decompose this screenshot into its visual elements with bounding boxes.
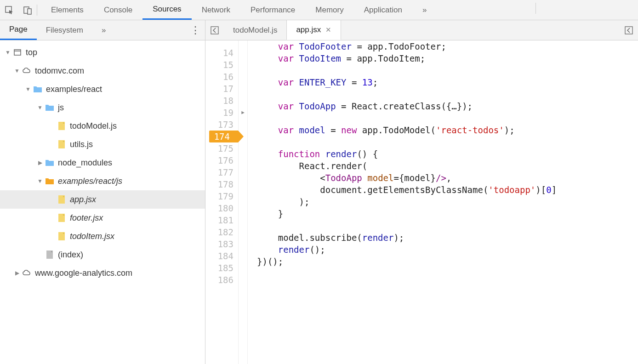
fold-marker[interactable]: ▶ [239, 107, 247, 119]
code-line[interactable] [257, 136, 638, 148]
tree-item[interactable]: footer.jsx [0, 209, 205, 227]
fold-marker [239, 59, 247, 71]
expand-arrow-icon[interactable]: ▼ [36, 178, 44, 184]
expand-arrow-icon[interactable]: ▼ [13, 68, 21, 74]
tree-item[interactable]: ▼top [0, 43, 205, 62]
show-debugger-icon[interactable] [620, 26, 638, 34]
folder-blue-icon [44, 159, 55, 167]
line-number-gutter[interactable]: 1415161718191731741751761771781791801811… [205, 40, 239, 364]
editor-tab[interactable]: app.jsx✕ [286, 20, 341, 40]
code-line[interactable]: document.getElementsByClassName('todoapp… [257, 184, 638, 196]
tab-performance[interactable]: Performance [240, 0, 305, 20]
line-number[interactable]: 182 [205, 226, 238, 238]
tab-sources[interactable]: Sources [142, 0, 191, 20]
tree-item[interactable]: ▼examples/react [0, 80, 205, 98]
sidebar-tab-filesystem[interactable]: Filesystem [37, 20, 92, 40]
code-line[interactable] [257, 64, 638, 76]
fold-marker [239, 226, 247, 238]
inspect-element-icon[interactable] [0, 0, 18, 20]
code-line[interactable]: <TodoApp model={model}/>, [257, 172, 638, 184]
chevrons-icon: » [102, 26, 106, 35]
code-line[interactable] [257, 88, 638, 100]
breakpoint-line-number[interactable]: 174 [209, 131, 238, 142]
line-number[interactable]: 175 [205, 142, 238, 154]
fold-marker [239, 190, 247, 202]
line-number[interactable]: 173 [205, 119, 238, 131]
fold-marker [239, 250, 247, 262]
code-line[interactable]: function render() { [257, 148, 638, 160]
tree-item[interactable]: ▼examples/react/js [0, 172, 205, 190]
fold-gutter[interactable]: ▶ [239, 40, 248, 364]
tree-item[interactable]: ▼todomvc.com [0, 62, 205, 80]
tab-console[interactable]: Console [94, 0, 142, 20]
expand-arrow-icon[interactable]: ▶ [36, 159, 44, 166]
tab-label: Memory [315, 6, 343, 15]
tree-item[interactable]: utils.js [0, 135, 205, 154]
tab-memory[interactable]: Memory [305, 0, 353, 20]
tree-item[interactable]: ▶www.google-analytics.com [0, 264, 205, 282]
code-content[interactable]: app.COMPLETED_TODOS = 'completed'; var T… [248, 40, 638, 364]
line-number[interactable]: 179 [205, 190, 238, 202]
show-navigator-icon[interactable] [205, 26, 224, 34]
tree-item[interactable]: ▼js [0, 98, 205, 117]
code-line[interactable]: model.subscribe(render); [257, 232, 638, 244]
tree-item[interactable]: app.jsx [0, 190, 205, 209]
toggle-device-toolbar-icon[interactable] [18, 0, 37, 20]
code-line[interactable]: } [257, 208, 638, 220]
code-line[interactable]: var model = new app.TodoModel('react-tod… [257, 124, 638, 136]
tab-label: Network [202, 6, 230, 15]
svg-rect-5 [14, 50, 21, 55]
code-line[interactable]: })(); [257, 256, 638, 267]
code-editor[interactable]: 1415161718191731741751761771781791801811… [205, 40, 638, 364]
tab-application[interactable]: Application [354, 0, 412, 20]
code-line[interactable] [257, 267, 638, 279]
code-line[interactable]: var TodoApp = React.createClass({…}); [257, 100, 638, 112]
code-line[interactable] [257, 220, 638, 232]
tree-item[interactable]: todoItem.jsx [0, 227, 205, 245]
tabs-overflow-button[interactable]: » [412, 0, 437, 20]
fold-marker [239, 119, 247, 131]
line-number[interactable]: 19 [205, 107, 238, 119]
tab-network[interactable]: Network [192, 0, 240, 20]
tree-item[interactable]: ▶node_modules [0, 154, 205, 172]
line-number[interactable]: 14 [205, 47, 238, 59]
line-number[interactable]: 17 [205, 83, 238, 95]
code-line[interactable]: render(); [257, 244, 638, 256]
line-number[interactable]: 186 [205, 274, 238, 286]
devtools-top-toolbar: Elements Console Sources Network Perform… [0, 0, 638, 20]
expand-arrow-icon[interactable]: ▶ [13, 270, 21, 276]
line-number[interactable]: 181 [205, 214, 238, 226]
line-number[interactable]: 180 [205, 202, 238, 214]
folder-blue-icon [32, 85, 43, 93]
expand-arrow-icon[interactable]: ▼ [36, 104, 44, 111]
close-tab-icon[interactable]: ✕ [325, 26, 331, 34]
line-number[interactable]: 183 [205, 238, 238, 250]
code-line[interactable]: ); [257, 196, 638, 208]
expand-arrow-icon[interactable]: ▼ [24, 86, 32, 92]
line-number[interactable]: 178 [205, 178, 238, 190]
line-number[interactable]: 176 [205, 154, 238, 166]
code-line[interactable]: React.render( [257, 160, 638, 172]
fold-marker [239, 262, 247, 274]
code-line[interactable]: var TodoItem = app.TodoItem; [257, 52, 638, 64]
fold-marker [239, 214, 247, 226]
line-number[interactable]: 18 [205, 95, 238, 107]
line-number[interactable]: 15 [205, 59, 238, 71]
code-line[interactable]: var ENTER_KEY = 13; [257, 76, 638, 88]
code-line[interactable]: var TodoFooter = app.TodoFooter; [257, 40, 638, 52]
code-line[interactable] [257, 112, 638, 124]
fold-marker [239, 95, 247, 107]
expand-arrow-icon[interactable]: ▼ [4, 49, 12, 56]
line-number[interactable]: 184 [205, 250, 238, 262]
tab-elements[interactable]: Elements [41, 0, 94, 20]
sidebar-tab-page[interactable]: Page [0, 20, 37, 40]
editor-tab[interactable]: todoModel.js [224, 20, 286, 40]
tree-item[interactable]: todoModel.js [0, 117, 205, 135]
tree-item[interactable]: (index) [0, 245, 205, 264]
line-number[interactable]: 16 [205, 71, 238, 83]
sidebar-menu-icon[interactable]: ⋮ [186, 24, 205, 36]
line-number[interactable]: 185 [205, 262, 238, 274]
line-number[interactable]: 177 [205, 166, 238, 178]
sidebar-tabs-overflow[interactable]: » [92, 20, 115, 40]
line-number[interactable] [205, 41, 238, 47]
